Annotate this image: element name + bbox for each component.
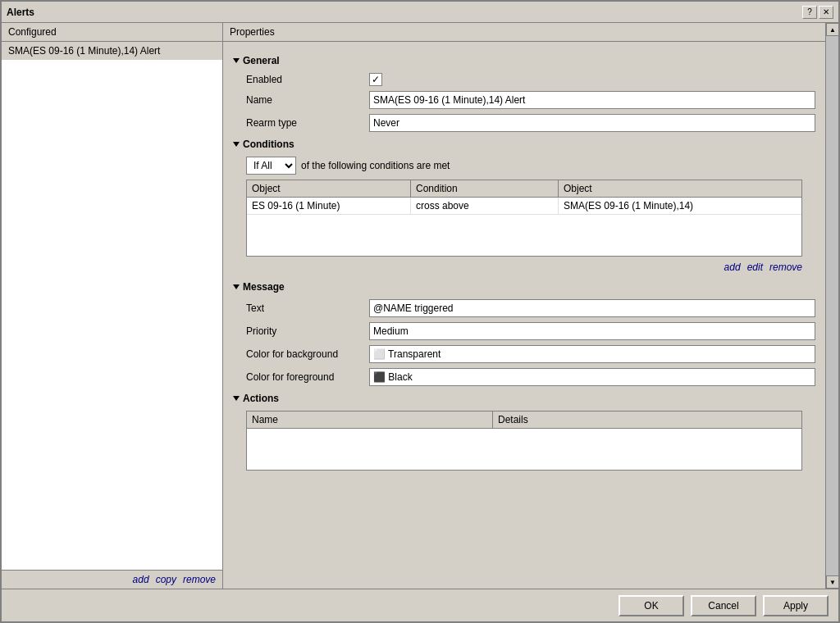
actions-table: Name Details	[246, 411, 802, 471]
conditions-prefix: If All If Any of the following condition…	[233, 157, 815, 175]
remove-condition-link[interactable]: remove	[769, 261, 802, 273]
title-bar: Alerts ? ✕	[2, 2, 838, 23]
bg-color-row: Color for background ⬜ Transparent ⬛ Bla…	[233, 345, 815, 363]
cancel-button[interactable]: Cancel	[691, 595, 756, 616]
right-panel: Properties General Enabled ✓ Nam	[223, 23, 825, 589]
bg-color-control: ⬜ Transparent ⬛ Black ⬜ White	[369, 345, 815, 363]
text-label: Text	[246, 302, 369, 314]
text-row: Text @NAME triggered	[233, 299, 815, 317]
text-control: @NAME triggered	[369, 299, 815, 317]
general-section-header: General	[233, 55, 815, 66]
close-button[interactable]: ✕	[819, 6, 833, 19]
right-section: Properties General Enabled ✓ Nam	[223, 23, 838, 589]
properties-header: Properties	[223, 23, 825, 42]
condition-object1: ES 09-16 (1 Minute)	[247, 198, 411, 214]
conditions-collapse-icon[interactable]	[233, 142, 240, 147]
conditions-label: Conditions	[243, 139, 294, 150]
bg-color-select[interactable]: ⬜ Transparent ⬛ Black ⬜ White	[369, 345, 815, 363]
rearm-select[interactable]: Never On bar close Always	[369, 114, 815, 132]
help-button[interactable]: ?	[802, 6, 817, 19]
col-header-object1: Object	[247, 180, 411, 197]
edit-condition-link[interactable]: edit	[747, 261, 763, 273]
message-collapse-icon[interactable]	[233, 284, 240, 289]
actions-label: Actions	[243, 393, 279, 404]
priority-control: Low Medium High	[369, 322, 815, 340]
title-bar-controls: ? ✕	[802, 6, 833, 19]
configured-list: SMA(ES 09-16 (1 Minute),14) Alert	[2, 42, 222, 570]
remove-alert-link[interactable]: remove	[183, 574, 216, 585]
priority-label: Priority	[246, 325, 369, 337]
actions-collapse-icon[interactable]	[233, 396, 240, 401]
fg-color-row: Color for foreground ⬛ Black ⬜ White	[233, 368, 815, 386]
general-label: General	[243, 55, 280, 66]
condition-operator: cross above	[411, 198, 559, 214]
left-panel-header: Configured	[2, 23, 222, 42]
conditions-empty-space	[247, 215, 801, 256]
alerts-window: Alerts ? ✕ Configured SMA(ES 09-16 (1 Mi…	[0, 0, 840, 623]
enabled-checkbox[interactable]: ✓	[369, 73, 382, 86]
ok-button[interactable]: OK	[619, 595, 684, 616]
enabled-control: ✓	[369, 73, 815, 86]
list-item[interactable]: SMA(ES 09-16 (1 Minute),14) Alert	[2, 42, 222, 60]
col-header-object2: Object	[559, 180, 801, 197]
conditions-suffix: of the following conditions are met	[301, 160, 450, 171]
actions-section-header: Actions	[233, 393, 815, 404]
add-alert-link[interactable]: add	[133, 574, 149, 585]
actions-col-name: Name	[247, 412, 493, 428]
properties-content: General Enabled ✓ Name	[223, 42, 825, 480]
conditions-table-header: Object Condition Object	[247, 180, 801, 198]
conditions-section-header: Conditions	[233, 139, 815, 150]
bottom-bar: OK Cancel Apply	[2, 589, 838, 621]
message-section-header: Message	[233, 281, 815, 293]
copy-alert-link[interactable]: copy	[156, 574, 176, 585]
left-panel-footer: add copy remove	[2, 570, 222, 589]
message-label: Message	[243, 281, 285, 293]
right-scrollbar: ▲ ▼	[825, 23, 838, 589]
priority-select[interactable]: Low Medium High	[369, 322, 815, 340]
conditions-table: Object Condition Object ES 09-16 (1 Minu…	[246, 180, 802, 257]
rearm-row: Rearm type Never On bar close Always	[233, 114, 815, 132]
text-select[interactable]: @NAME triggered	[369, 299, 815, 317]
actions-table-header: Name Details	[247, 412, 801, 429]
scroll-track	[826, 36, 838, 575]
name-input[interactable]	[369, 91, 815, 109]
table-row[interactable]: ES 09-16 (1 Minute) cross above SMA(ES 0…	[247, 198, 801, 215]
add-condition-link[interactable]: add	[724, 261, 741, 273]
apply-button[interactable]: Apply	[763, 595, 829, 616]
condition-select-wrapper: If All If Any	[246, 157, 296, 175]
bg-color-label: Color for background	[246, 348, 369, 360]
name-row: Name	[233, 91, 815, 109]
name-label: Name	[246, 94, 369, 106]
condition-object2: SMA(ES 09-16 (1 Minute),14)	[559, 198, 801, 214]
actions-col-details: Details	[493, 412, 801, 428]
enabled-label: Enabled	[246, 74, 369, 85]
rearm-label: Rearm type	[246, 117, 369, 129]
rearm-control: Never On bar close Always	[369, 114, 815, 132]
fg-color-label: Color for foreground	[246, 371, 369, 383]
condition-select[interactable]: If All If Any	[246, 157, 296, 175]
scroll-up-btn[interactable]: ▲	[826, 23, 838, 36]
name-control	[369, 91, 815, 109]
enabled-row: Enabled ✓	[233, 73, 815, 86]
window-title: Alerts	[7, 7, 34, 18]
priority-row: Priority Low Medium High	[233, 322, 815, 340]
col-header-condition: Condition	[411, 180, 559, 197]
fg-color-control: ⬛ Black ⬜ White	[369, 368, 815, 386]
actions-empty-space	[247, 429, 801, 470]
fg-color-select[interactable]: ⬛ Black ⬜ White	[369, 368, 815, 386]
main-content: Configured SMA(ES 09-16 (1 Minute),14) A…	[2, 23, 838, 589]
general-collapse-icon[interactable]	[233, 58, 240, 63]
conditions-table-footer: add edit remove	[233, 260, 815, 275]
scroll-down-btn[interactable]: ▼	[826, 575, 838, 589]
left-panel: Configured SMA(ES 09-16 (1 Minute),14) A…	[2, 23, 223, 589]
